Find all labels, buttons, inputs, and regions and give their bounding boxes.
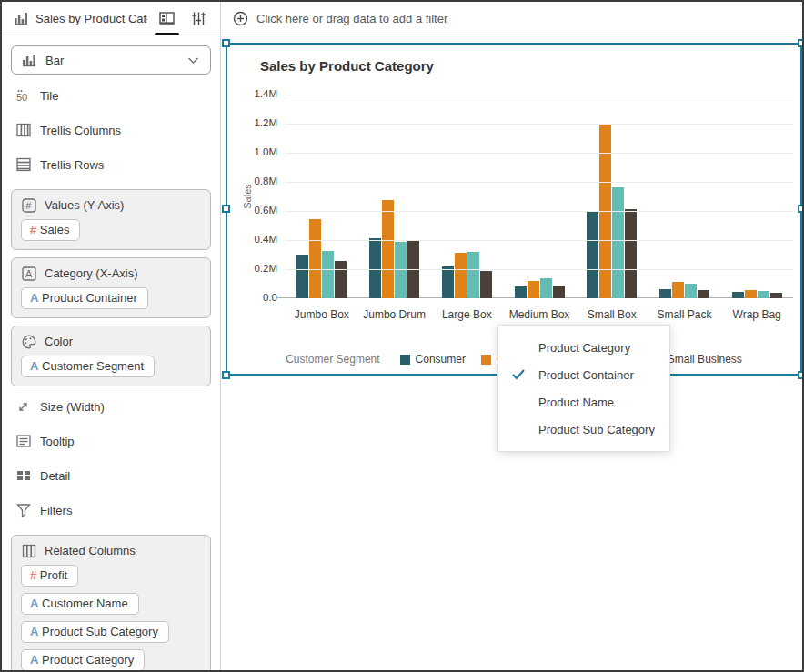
bar-consumer[interactable] — [296, 255, 308, 298]
pill-label: Customer Name — [42, 597, 128, 610]
gridline — [286, 240, 793, 241]
bar-consumer[interactable] — [587, 211, 598, 298]
pill-customer-segment[interactable]: A Customer Segment — [21, 356, 155, 377]
x-tick-label: Jumbo Box — [286, 308, 358, 321]
bar-group-large-box — [430, 95, 503, 298]
y-tick-label: 0.4M — [254, 234, 277, 245]
drop-target-values[interactable]: # Values (Y-Axis) # Sales — [11, 189, 211, 250]
sidebar-item-size[interactable]: Size (Width) — [2, 389, 220, 424]
measure-icon: # — [30, 568, 36, 582]
resize-handle-bottom-left[interactable] — [222, 371, 230, 379]
drop-target-category[interactable]: A Category (X-Axis) A Product Container — [11, 257, 211, 318]
drop-target-color[interactable]: Color A Customer Segment — [11, 326, 211, 386]
gridline — [286, 153, 793, 154]
pill-customer-name[interactable]: A Customer Name — [21, 593, 139, 615]
bar-consumer[interactable] — [442, 266, 454, 298]
group-label: Related Columns — [45, 544, 136, 557]
gridline — [286, 95, 793, 95]
bar-home-office[interactable] — [612, 187, 624, 298]
legend-label: Consumer — [416, 353, 466, 366]
bar-corporate[interactable] — [455, 253, 467, 298]
bar-home-office[interactable] — [758, 291, 769, 298]
bar-groups — [286, 95, 793, 298]
filter-bar[interactable]: Click here or drag data to add a filter — [221, 2, 802, 35]
bar-home-office[interactable] — [685, 284, 697, 298]
bar-corporate[interactable] — [672, 282, 684, 298]
sidebar-item-trellis-rows[interactable]: Trellis Rows — [2, 147, 220, 182]
category-context-menu: Product CategoryProduct ContainerProduct… — [497, 325, 670, 452]
resize-handle-bottom-right[interactable] — [798, 371, 804, 379]
main-area: Click here or drag data to add a filter … — [221, 2, 802, 670]
bar-small-business[interactable] — [770, 293, 782, 298]
grammar-panel-icon — [159, 11, 175, 26]
menu-item-product-sub-category[interactable]: Product Sub Category — [498, 416, 669, 443]
bar-small-business[interactable] — [625, 209, 637, 298]
sidebar-item-tooltip[interactable]: Tooltip — [2, 424, 220, 458]
resize-handle-mid-left[interactable] — [222, 205, 230, 213]
bar-consumer[interactable] — [732, 292, 744, 298]
resize-handle-top-left[interactable] — [222, 39, 230, 47]
bar-corporate[interactable] — [745, 290, 757, 298]
bar-small-business[interactable] — [553, 286, 565, 298]
tab-grammar[interactable] — [155, 2, 179, 35]
pill-product-category[interactable]: A Product Category — [21, 649, 145, 670]
bar-group-wrap-bag — [720, 95, 793, 298]
resize-handle-mid-right[interactable] — [798, 205, 804, 213]
legend-swatch — [481, 355, 491, 365]
attribute-icon: A — [30, 359, 38, 373]
pill-product-sub-category[interactable]: A Product Sub Category — [21, 621, 169, 643]
bar-consumer[interactable] — [515, 286, 527, 298]
menu-item-product-name[interactable]: Product Name — [498, 388, 669, 416]
bar-group-small-pack — [648, 95, 721, 298]
sidebar-item-detail[interactable]: Detail — [2, 458, 220, 493]
bar-corporate[interactable] — [528, 281, 539, 298]
bar-home-office[interactable] — [322, 251, 334, 298]
app-window: Sales by Product Cate... Bar — [0, 0, 804, 672]
group-label: Color — [45, 335, 73, 348]
group-label: Category (X-Axis) — [45, 266, 138, 280]
text-box-icon: A — [21, 266, 36, 281]
bar-home-office[interactable] — [540, 278, 552, 298]
viz-canvas[interactable]: Sales by Product Category Sales 0.00.2M0… — [221, 35, 802, 670]
check-icon — [498, 369, 538, 380]
sidebar-item-label: Filters — [40, 504, 72, 517]
bar-chart-icon — [21, 53, 36, 68]
y-tick-label: 1.2M — [254, 117, 277, 128]
pill-sales[interactable]: # Sales — [21, 219, 80, 241]
chart-type-select[interactable]: Bar — [11, 45, 211, 75]
tab-settings[interactable] — [186, 2, 211, 35]
group-header: Color — [21, 334, 201, 349]
bar-small-business[interactable] — [480, 271, 492, 298]
menu-item-product-category[interactable]: Product Category — [498, 334, 669, 361]
bar-home-office[interactable] — [467, 252, 479, 298]
chart-title: Sales by Product Category — [260, 58, 434, 74]
sidebar-item-trellis-columns[interactable]: Trellis Columns — [2, 113, 220, 147]
plus-circle-icon — [233, 11, 248, 26]
pill-profit[interactable]: # Profit — [21, 565, 78, 587]
menu-item-product-container[interactable]: Product Container — [498, 361, 669, 388]
bar-small-business[interactable] — [335, 261, 347, 298]
pill-product-container[interactable]: A Product Container — [21, 287, 148, 309]
bar-corporate[interactable] — [309, 219, 321, 298]
grammar-sidebar: Sales by Product Cate... Bar — [2, 2, 221, 670]
bar-group-jumbo-drum — [358, 95, 431, 298]
sidebar-item-tile[interactable]: 50 Tile — [2, 78, 220, 113]
sidebar-item-filters[interactable]: Filters — [2, 493, 220, 527]
gridline — [286, 182, 793, 183]
x-tick-label: Small Box — [576, 308, 648, 321]
legend-item-consumer[interactable]: Consumer — [400, 353, 466, 366]
sidebar-header: Sales by Product Cate... — [2, 2, 220, 35]
bar-consumer[interactable] — [659, 289, 671, 298]
chart-type-value: Bar — [45, 54, 176, 67]
tile-icon: 50 — [15, 88, 31, 104]
y-tick-label: 0.0 — [263, 292, 277, 303]
related-columns-group: Related Columns # Profit A Customer Name… — [11, 535, 211, 670]
bar-small-business[interactable] — [698, 290, 709, 298]
viz-title-label: Sales by Product Cate... — [35, 12, 147, 25]
resize-handle-top-right[interactable] — [798, 39, 804, 47]
bar-corporate[interactable] — [382, 200, 394, 298]
tooltip-icon — [15, 434, 31, 449]
chevron-down-icon — [186, 53, 201, 68]
sidebar-item-label: Trellis Rows — [40, 158, 104, 172]
bar-chart-icon — [13, 11, 28, 26]
